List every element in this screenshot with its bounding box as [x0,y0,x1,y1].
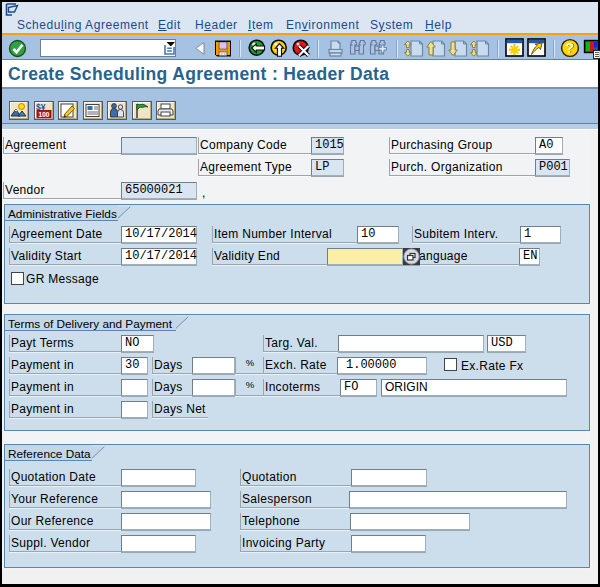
svg-text:?: ? [565,40,574,56]
svg-text:100: 100 [38,111,49,118]
